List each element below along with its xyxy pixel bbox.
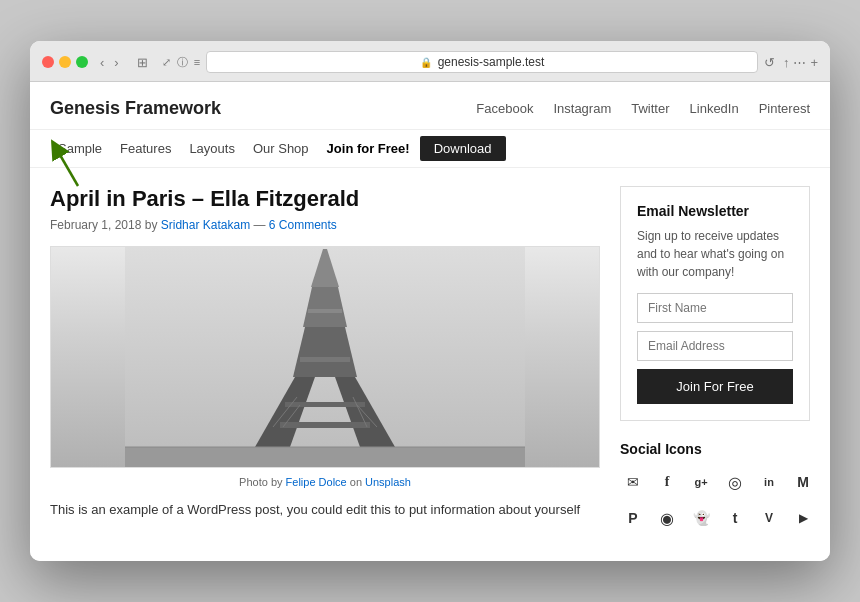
refresh-button[interactable]: ↺ xyxy=(764,55,775,70)
article-date: February 1, 2018 by xyxy=(50,218,157,232)
social-icons-grid: ✉ f g+ ◎ in M P ◉ 👻 t V ▶ xyxy=(620,469,810,531)
twitter-icon[interactable]: t xyxy=(722,505,748,531)
nav-join-free[interactable]: Join for Free! xyxy=(319,137,418,160)
photo-credit-prefix: Photo by xyxy=(239,476,285,488)
browser-window: ‹ › ⊞ ⤢ ⓘ ≡ 🔒 genesis-sample.test ↺ ↑ ⋯ … xyxy=(30,41,830,561)
svg-rect-11 xyxy=(308,309,342,313)
nav-buttons: ‹ › xyxy=(96,53,123,72)
nav-features[interactable]: Features xyxy=(112,137,179,160)
right-controls: ↑ ⋯ + xyxy=(783,55,818,70)
linkedin-icon[interactable]: in xyxy=(756,469,782,495)
address-bar[interactable]: 🔒 genesis-sample.test xyxy=(206,51,758,73)
sidebar: Email Newsletter Sign up to receive upda… xyxy=(620,168,810,541)
join-free-button[interactable]: Join For Free xyxy=(637,369,793,404)
sidebar-toggle-button[interactable]: ⊞ xyxy=(131,53,154,72)
svg-rect-7 xyxy=(285,402,365,407)
info-button[interactable]: ⓘ xyxy=(177,55,188,70)
main-layout: April in Paris – Ella Fitzgerald Februar… xyxy=(30,168,830,561)
first-name-input[interactable] xyxy=(637,293,793,323)
instagram-icon[interactable]: ◎ xyxy=(722,469,748,495)
youtube-icon[interactable]: ▶ xyxy=(790,505,816,531)
lock-icon: 🔒 xyxy=(420,57,432,68)
nav-layouts[interactable]: Layouts xyxy=(181,137,243,160)
email-icon[interactable]: ✉ xyxy=(620,469,646,495)
social-widget: Social Icons ✉ f g+ ◎ in M P ◉ 👻 t V ▶ xyxy=(620,441,810,541)
traffic-lights xyxy=(42,56,88,68)
download-button[interactable]: Download xyxy=(420,136,506,161)
article-meta: February 1, 2018 by Sridhar Katakam — 6 … xyxy=(50,218,600,232)
site-content: Genesis Framework Facebook Instagram Twi… xyxy=(30,82,830,561)
share-button[interactable]: ↑ xyxy=(783,55,790,70)
header-nav-pinterest[interactable]: Pinterest xyxy=(759,101,810,116)
minimize-button[interactable] xyxy=(59,56,71,68)
photo-credit-source[interactable]: Unsplash xyxy=(365,476,411,488)
medium-icon[interactable]: M xyxy=(790,469,816,495)
back-button[interactable]: ‹ xyxy=(96,53,108,72)
newsletter-description: Sign up to receive updates and to hear w… xyxy=(637,227,793,281)
address-bar-wrap: ⤢ ⓘ ≡ 🔒 genesis-sample.test ↺ xyxy=(162,51,775,73)
vimeo-icon[interactable]: V xyxy=(756,505,782,531)
svg-rect-6 xyxy=(280,422,370,428)
address-text: genesis-sample.test xyxy=(438,55,545,69)
article-author[interactable]: Sridhar Katakam xyxy=(161,218,250,232)
facebook-icon[interactable]: f xyxy=(654,469,680,495)
header-nav-facebook[interactable]: Facebook xyxy=(476,101,533,116)
more-button[interactable]: ⋯ xyxy=(793,55,806,70)
resize-button[interactable]: ⤢ xyxy=(162,56,171,69)
site-title: Genesis Framework xyxy=(50,98,221,119)
svg-line-1 xyxy=(56,148,78,186)
newsletter-title: Email Newsletter xyxy=(637,203,793,219)
svg-rect-9 xyxy=(300,357,350,362)
svg-rect-3 xyxy=(125,447,525,467)
photo-credit: Photo by Felipe Dolce on Unsplash xyxy=(50,476,600,488)
pinterest-icon[interactable]: P xyxy=(620,505,646,531)
header-nav: Facebook Instagram Twitter LinkedIn Pint… xyxy=(476,101,810,116)
article-excerpt: This is an example of a WordPress post, … xyxy=(50,500,600,521)
article-title: April in Paris – Ella Fitzgerald xyxy=(50,186,600,212)
email-input[interactable] xyxy=(637,331,793,361)
header-nav-linkedin[interactable]: LinkedIn xyxy=(690,101,739,116)
snapchat-icon[interactable]: 👻 xyxy=(688,505,714,531)
browser-chrome: ‹ › ⊞ ⤢ ⓘ ≡ 🔒 genesis-sample.test ↺ ↑ ⋯ … xyxy=(30,41,830,82)
maximize-button[interactable] xyxy=(76,56,88,68)
main-content: April in Paris – Ella Fitzgerald Februar… xyxy=(50,168,600,541)
arrow-annotation xyxy=(48,138,88,192)
article-image xyxy=(50,246,600,468)
forward-button[interactable]: › xyxy=(110,53,122,72)
reader-button[interactable]: ≡ xyxy=(194,56,200,68)
add-tab-button[interactable]: + xyxy=(810,55,818,70)
site-header: Genesis Framework Facebook Instagram Twi… xyxy=(30,82,830,130)
photo-credit-name[interactable]: Felipe Dolce xyxy=(286,476,347,488)
header-nav-twitter[interactable]: Twitter xyxy=(631,101,669,116)
header-nav-instagram[interactable]: Instagram xyxy=(553,101,611,116)
photo-credit-middle: on xyxy=(347,476,365,488)
rss-icon[interactable]: ◉ xyxy=(654,505,680,531)
nav-our-shop[interactable]: Our Shop xyxy=(245,137,317,160)
close-button[interactable] xyxy=(42,56,54,68)
article-comments[interactable]: 6 Comments xyxy=(269,218,337,232)
main-nav: Sample Features Layouts Our Shop Join fo… xyxy=(30,130,830,168)
newsletter-widget: Email Newsletter Sign up to receive upda… xyxy=(620,186,810,421)
google-plus-icon[interactable]: g+ xyxy=(688,469,714,495)
article-separator: — xyxy=(253,218,268,232)
social-icons-title: Social Icons xyxy=(620,441,810,457)
